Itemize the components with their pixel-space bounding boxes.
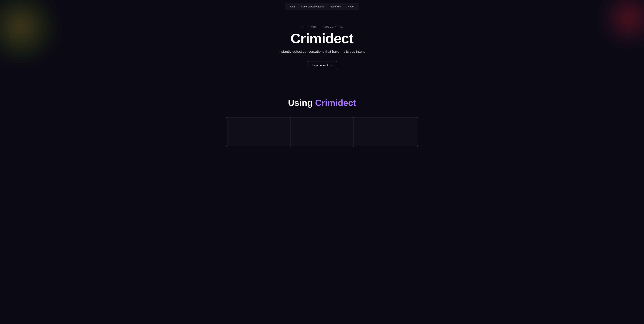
using-section: Using Crimidect + + + + + + [0, 88, 644, 146]
using-title: Using Crimidect [288, 98, 356, 108]
card-3-corner-bl: + [352, 145, 354, 147]
show-work-button[interactable]: Show our work ✈ [307, 61, 338, 69]
send-icon: ✈ [330, 64, 332, 67]
card-1: + + [227, 117, 290, 146]
using-title-accent: Crimidect [315, 98, 356, 108]
card-2-corner-bl: + [289, 145, 291, 147]
hero-subtitle: Instantly detect conversations that have… [278, 50, 366, 54]
nav-submit[interactable]: Submit a Conversation [301, 5, 325, 8]
hero-section: MIHIR, KRISH, PRANEEL, ANIKA Crimidect I… [0, 13, 644, 88]
hero-authors: MIHIR, KRISH, PRANEEL, ANIKA [301, 26, 343, 28]
card-1-corner-bl: + [226, 145, 227, 147]
card-2: + + [290, 117, 354, 146]
nav-about[interactable]: About [290, 5, 296, 8]
nav-container: About Submit a Conversation Examples Con… [285, 3, 360, 10]
card-3-corner-br: + [417, 145, 418, 147]
main-nav: About Submit a Conversation Examples Con… [0, 0, 644, 13]
card-3: + + [354, 117, 417, 146]
nav-examples[interactable]: Examples [330, 5, 341, 8]
using-title-plain: Using [288, 98, 315, 108]
cards-grid: + + + + + + [227, 117, 417, 146]
hero-title: Crimidect [291, 31, 354, 46]
cta-label: Show our work [312, 64, 329, 67]
nav-contact[interactable]: Contact [346, 5, 354, 8]
